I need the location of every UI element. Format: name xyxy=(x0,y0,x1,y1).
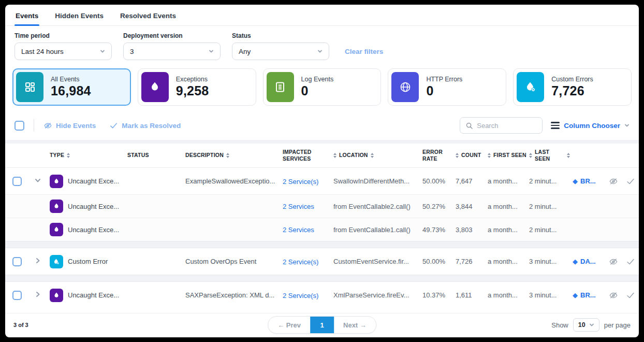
stat-card-custom-errors[interactable]: Custom Errors 7,726 xyxy=(513,68,632,106)
impacted-services-link[interactable]: 2 Services xyxy=(283,226,314,234)
column-chooser-label: Column Chooser xyxy=(564,122,620,130)
stat-card-value: 0 xyxy=(301,83,334,98)
sort-icon[interactable] xyxy=(567,153,570,159)
page-count-summary: 3 of 3 xyxy=(13,322,28,328)
hide-events-button[interactable]: Hide Events xyxy=(43,121,96,130)
table-header-row: TYPE STATUS DESCRIPTION IMPACTED SERVICE… xyxy=(5,144,639,168)
select-all-checkbox[interactable] xyxy=(14,121,24,131)
search-input[interactable] xyxy=(477,122,534,130)
last-seen: 3 minut... xyxy=(529,291,573,299)
event-location: SwallowInDifferentMeth... xyxy=(333,177,422,185)
table-subrow[interactable]: Uncaught Exce... 2 Services from EventCa… xyxy=(5,218,639,241)
event-label-badge[interactable]: ◆DA... xyxy=(573,258,609,265)
sort-icon[interactable] xyxy=(488,153,491,159)
screen-frame: Events Hidden Events Resolved Events Tim… xyxy=(0,0,644,342)
sort-icon[interactable] xyxy=(226,153,229,159)
prev-page-button[interactable]: ← Prev xyxy=(268,317,310,333)
error-rate: 49.73% xyxy=(422,226,456,234)
table-row[interactable]: Uncaught Exce... ExampleSwallowedExcepti… xyxy=(5,168,639,194)
clear-filters-link[interactable]: Clear filters xyxy=(345,48,383,55)
time-period-label: Time period xyxy=(14,32,112,39)
event-description: ExampleSwallowedExceptio... xyxy=(185,177,283,185)
header-count[interactable]: COUNT xyxy=(456,152,488,159)
event-location: from EventCallable2.call() xyxy=(333,203,422,210)
event-label-badge[interactable]: ◆BR... xyxy=(573,291,609,299)
stat-card-value: 16,984 xyxy=(51,83,91,98)
row-checkbox[interactable] xyxy=(12,257,22,266)
tab-bar: Events Hidden Events Resolved Events xyxy=(5,5,639,26)
per-page-label: per page xyxy=(604,321,631,329)
status-label: Status xyxy=(232,32,329,39)
stat-card-label: All Events xyxy=(51,76,91,83)
chevron-right-icon[interactable] xyxy=(34,291,41,298)
impacted-services-link[interactable]: 2 Service(s) xyxy=(283,258,318,266)
chevron-down-icon xyxy=(589,322,594,327)
event-location: CustomEventService.fir... xyxy=(333,258,422,265)
status-select[interactable]: Any xyxy=(232,42,329,60)
impacted-services-link[interactable]: 2 Services xyxy=(283,203,314,210)
event-label-badge[interactable]: ◆BR... xyxy=(573,177,609,185)
search-icon xyxy=(465,122,473,130)
stat-card-http-errors[interactable]: HTTP Errors 0 xyxy=(388,68,506,106)
impacted-services-link[interactable]: 2 Service(s) xyxy=(283,292,318,300)
table-row[interactable]: Uncaught Exce... SAXParseException: XML … xyxy=(5,282,639,308)
header-status[interactable]: STATUS xyxy=(127,152,185,159)
stat-card-all-events[interactable]: All Events 16,984 xyxy=(12,68,131,106)
table-subrow[interactable]: Uncaught Exce... 2 Services from EventCa… xyxy=(5,194,639,218)
stat-card-label: HTTP Errors xyxy=(426,76,462,83)
resolve-event-icon[interactable] xyxy=(626,291,635,300)
event-type: Uncaught Exce... xyxy=(68,177,119,185)
stat-card-value: 7,726 xyxy=(551,83,593,98)
sort-icon[interactable] xyxy=(456,153,459,159)
resolve-event-icon[interactable] xyxy=(626,257,635,266)
events-dashboard: Events Hidden Events Resolved Events Tim… xyxy=(5,5,639,337)
deployment-version-select[interactable]: 3 xyxy=(123,42,221,60)
chevron-right-icon[interactable] xyxy=(34,257,41,264)
last-seen: 2 minut... xyxy=(529,177,573,185)
tab-events[interactable]: Events xyxy=(14,5,39,25)
page-size-select[interactable]: 10 xyxy=(573,318,599,332)
error-rate: 10.37% xyxy=(422,291,456,299)
hide-event-icon[interactable] xyxy=(609,257,618,266)
time-period-select[interactable]: Last 24 hours xyxy=(14,42,112,60)
header-type[interactable]: TYPE xyxy=(50,152,127,159)
current-page-button[interactable]: 1 xyxy=(310,317,334,333)
header-error-rate[interactable]: ERROR RATE xyxy=(422,149,446,162)
time-period-filter: Time period Last 24 hours xyxy=(14,32,112,60)
hide-event-icon[interactable] xyxy=(609,291,618,300)
sort-icon[interactable] xyxy=(333,153,336,159)
header-first-seen[interactable]: FIRST SEEN xyxy=(488,152,529,159)
next-page-button[interactable]: Next → xyxy=(334,317,376,333)
deployment-version-value: 3 xyxy=(130,48,134,55)
deployment-version-label: Deployment version xyxy=(123,32,221,39)
sort-icon[interactable] xyxy=(371,153,374,159)
event-type: Uncaught Exce... xyxy=(68,203,119,210)
header-impacted-services[interactable]: IMPACTED SERVICES xyxy=(283,149,321,162)
mark-resolved-label: Mark as Resolved xyxy=(122,122,181,130)
flame-icon xyxy=(50,223,63,236)
sort-icon[interactable] xyxy=(67,153,70,159)
header-location[interactable]: LOCATION xyxy=(333,152,422,159)
header-description[interactable]: DESCRIPTION xyxy=(185,152,283,159)
sort-icon[interactable] xyxy=(529,153,532,159)
table-row[interactable]: Custom Error Custom OverOps Event 2 Serv… xyxy=(5,248,639,275)
hamburger-icon xyxy=(551,122,560,129)
row-checkbox[interactable] xyxy=(12,177,22,186)
mark-resolved-button[interactable]: Mark as Resolved xyxy=(109,121,181,130)
flame-icon xyxy=(50,289,63,302)
header-last-seen[interactable]: LAST SEEN xyxy=(529,149,573,162)
column-chooser-button[interactable]: Column Chooser xyxy=(551,122,630,130)
stat-card-log-events[interactable]: Log Events 0 xyxy=(263,68,382,106)
tab-resolved-events[interactable]: Resolved Events xyxy=(119,5,177,25)
resolve-event-icon[interactable] xyxy=(626,177,635,186)
row-checkbox[interactable] xyxy=(12,291,22,300)
status-value: Any xyxy=(239,48,251,55)
stat-card-exceptions[interactable]: Exceptions 9,258 xyxy=(138,68,256,106)
chevron-down-icon[interactable] xyxy=(34,177,41,184)
hide-event-icon[interactable] xyxy=(609,177,618,186)
impacted-services-link[interactable]: 2 Service(s) xyxy=(283,178,318,186)
flame-gear-icon xyxy=(50,255,63,268)
eye-off-icon xyxy=(43,121,52,130)
tab-hidden-events[interactable]: Hidden Events xyxy=(54,5,105,25)
event-location: XmlParseService.fireEv... xyxy=(333,291,422,299)
